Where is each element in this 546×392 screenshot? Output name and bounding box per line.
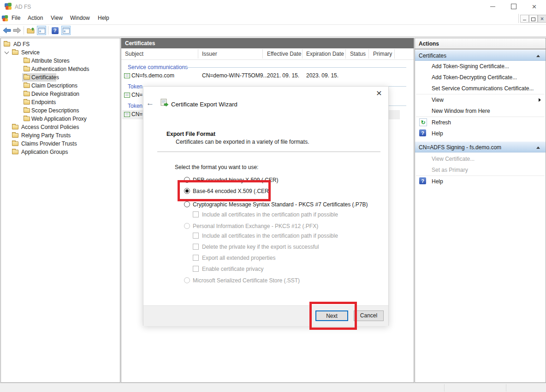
help-icon: ?: [419, 177, 426, 184]
column-primary[interactable]: Primary: [373, 51, 392, 57]
action-label: View: [432, 97, 444, 103]
dialog-close-button[interactable]: ×: [374, 88, 385, 99]
action-new-window[interactable]: New Window from Here: [415, 105, 546, 117]
tree-item-service[interactable]: Service: [1, 48, 120, 57]
tree-item-certificates[interactable]: Certificates: [1, 73, 120, 82]
tree-item-label: Certificates: [31, 74, 59, 81]
checkbox-label: Include all certificates in the certific…: [202, 233, 338, 239]
action-help-2[interactable]: ? Help: [415, 176, 546, 187]
tree-item-endpoints[interactable]: Endpoints: [1, 98, 120, 106]
tree-item-access-control-policies[interactable]: Access Control Policies: [1, 123, 120, 131]
folder-icon: [4, 42, 10, 47]
action-set-service-communications[interactable]: Set Service Communications Certificate..…: [415, 83, 546, 94]
tree-item-attribute-stores[interactable]: Attribute Stores: [1, 57, 120, 65]
tree-item-label: Application Groups: [21, 149, 68, 155]
column-issuer[interactable]: Issuer: [202, 51, 217, 57]
checkbox-enable-certificate-privacy: Enable certificate privacy: [193, 266, 263, 273]
actions-section-adfs-signing[interactable]: CN=ADFS Signing - fs.demo.com: [415, 141, 546, 152]
help-icon: ?: [52, 27, 59, 34]
column-subject[interactable]: Subject: [125, 51, 143, 57]
dialog-back-button[interactable]: ←: [146, 99, 154, 108]
export-list-button[interactable]: [26, 26, 35, 35]
menu-view[interactable]: View: [51, 15, 63, 21]
divider: [518, 14, 519, 23]
action-label: Set Service Communications Certificate..…: [432, 85, 534, 92]
back-button[interactable]: [2, 26, 12, 35]
folder-icon: [12, 133, 18, 138]
app-icon: [4, 2, 12, 11]
menu-help[interactable]: Help: [98, 15, 109, 21]
cell-subject: CN=: [131, 92, 142, 98]
console-icon: [1, 15, 9, 22]
checkbox-label: Enable certificate privacy: [202, 266, 263, 272]
wizard-page-heading: Export File Format: [166, 131, 215, 137]
tree-item-claims-provider-trusts[interactable]: Claims Provider Trusts: [1, 140, 120, 148]
tree-item-label: AD FS: [13, 41, 30, 47]
tree-item-label: Device Registration: [31, 91, 79, 97]
cell-issuer: CN=demo-WIN-7T5OM9...: [202, 72, 267, 79]
child-restore-button[interactable]: [529, 15, 538, 23]
column-effective-date[interactable]: Effective Date: [267, 51, 301, 57]
minimize-button[interactable]: [482, 0, 503, 13]
cell-subject: CN=: [131, 111, 142, 117]
refresh-icon: ↻: [419, 118, 427, 126]
divider: [444, 384, 445, 392]
tree-item-adfs[interactable]: AD FS: [1, 40, 120, 48]
back-arrow-icon: [3, 27, 11, 34]
help-button[interactable]: ?: [50, 26, 59, 35]
chevron-down-icon[interactable]: [5, 50, 9, 54]
radio-pkcs7[interactable]: Cryptographic Message Syntax Standard - …: [184, 201, 368, 209]
title-bar: AD FS ×: [0, 0, 546, 13]
tree-item-claim-descriptions[interactable]: Claim Descriptions: [1, 82, 120, 90]
child-close-button[interactable]: ×: [538, 15, 546, 23]
action-add-token-decrypting[interactable]: Add Token-Decrypting Certificate...: [415, 72, 546, 83]
collapse-icon[interactable]: [536, 55, 540, 57]
menu-bar: File Action View Window Help ×: [0, 13, 546, 25]
tree-item-label: Relying Party Trusts: [21, 132, 71, 139]
format-prompt: Select the format you want to use:: [175, 164, 258, 170]
list-pane-title: Certificates: [121, 38, 414, 48]
tree-item-application-groups[interactable]: Application Groups: [1, 148, 120, 156]
tree-item-label: Web Application Proxy: [31, 116, 87, 122]
column-status[interactable]: Status: [350, 51, 366, 57]
action-label: Add Token-Signing Certificate...: [432, 63, 509, 70]
tree-item-web-application-proxy[interactable]: Web Application Proxy: [1, 115, 120, 123]
tree-item-relying-party-trusts[interactable]: Relying Party Trusts: [1, 131, 120, 140]
divider: [506, 384, 506, 392]
checkbox-export-extended-properties: Export all extended properties: [193, 255, 275, 262]
cancel-button[interactable]: Cancel: [354, 310, 384, 321]
forward-button[interactable]: [12, 26, 22, 35]
submenu-arrow-icon: [539, 98, 541, 102]
actions-section-certificates[interactable]: Certificates: [415, 50, 546, 61]
menu-window[interactable]: Window: [70, 15, 90, 21]
tree-item-authentication-methods[interactable]: Authentication Methods: [1, 65, 120, 73]
certificate-export-wizard-dialog: × ← Certificate Export Wizard Export Fil…: [143, 86, 389, 326]
collapse-icon[interactable]: [536, 146, 540, 149]
close-button[interactable]: ×: [524, 0, 545, 13]
child-minimize-icon: [523, 20, 526, 20]
action-add-token-signing[interactable]: Add Token-Signing Certificate...: [415, 61, 546, 72]
tree-item-scope-descriptions[interactable]: Scope Descriptions: [1, 106, 120, 115]
child-minimize-button[interactable]: [520, 15, 529, 23]
folder-icon: [24, 108, 30, 113]
column-expiration-date[interactable]: Expiration Date: [306, 51, 344, 57]
menu-file[interactable]: File: [12, 15, 20, 21]
tree-item-device-registration[interactable]: Device Registration: [1, 90, 120, 98]
action-label: View Certificate...: [432, 156, 475, 162]
maximize-button[interactable]: [503, 0, 524, 13]
show-console-tree-button[interactable]: [37, 26, 46, 35]
action-view-certificate: View Certificate...: [415, 153, 546, 164]
folder-icon: [12, 150, 18, 154]
action-refresh[interactable]: ↻ Refresh: [415, 117, 546, 128]
checkbox-include-chain-pfx: Include all certificates in the certific…: [193, 233, 338, 240]
divider: [157, 152, 380, 152]
checkbox-label: Delete the private key if the export is …: [202, 244, 319, 250]
show-action-pane-button[interactable]: [61, 26, 71, 35]
action-help[interactable]: ? Help: [415, 128, 546, 139]
cell-effective-date: 2021. 09. 15.: [267, 72, 299, 79]
highlight-box-next-button: [309, 302, 357, 330]
action-view[interactable]: View: [415, 94, 546, 105]
radio-icon[interactable]: [184, 201, 190, 207]
menu-action[interactable]: Action: [28, 15, 43, 21]
group-line: [183, 67, 406, 68]
